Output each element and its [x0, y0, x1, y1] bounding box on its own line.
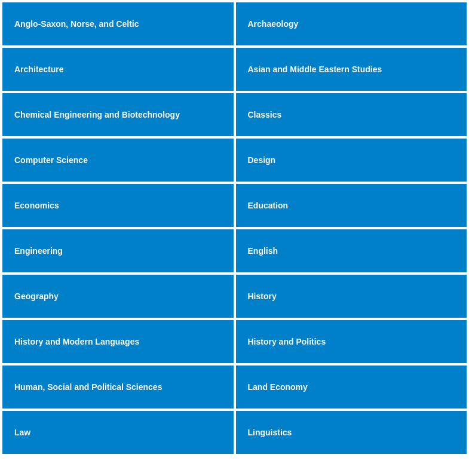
- subject-label-design: Design: [248, 155, 276, 165]
- subject-item-geography[interactable]: Geography: [2, 275, 234, 318]
- subject-item-engineering[interactable]: Engineering: [2, 229, 234, 272]
- subject-label-education: Education: [248, 201, 289, 210]
- subject-label-engineering: Engineering: [14, 246, 63, 256]
- subject-label-geography: Geography: [14, 291, 59, 301]
- subject-label-history: History: [248, 291, 277, 301]
- subject-label-chemical-engineering: Chemical Engineering and Biotechnology: [14, 110, 180, 119]
- subject-item-history-politics[interactable]: History and Politics: [236, 320, 467, 363]
- subject-label-economics: Economics: [14, 201, 59, 210]
- subject-item-history[interactable]: History: [236, 275, 467, 318]
- subject-label-computer-science: Computer Science: [14, 155, 88, 165]
- subjects-grid: Anglo-Saxon, Norse, and CelticArchaeolog…: [0, 0, 469, 456]
- subject-item-chemical-engineering[interactable]: Chemical Engineering and Biotechnology: [2, 93, 234, 136]
- subject-item-human-social-political[interactable]: Human, Social and Political Sciences: [2, 366, 234, 409]
- subject-label-asian-middle-eastern: Asian and Middle Eastern Studies: [248, 65, 382, 74]
- subject-label-history-modern-languages: History and Modern Languages: [14, 337, 139, 346]
- subject-label-linguistics: Linguistics: [248, 428, 292, 437]
- subject-label-archaeology: Archaeology: [248, 19, 299, 29]
- subject-item-land-economy[interactable]: Land Economy: [236, 366, 467, 409]
- subject-item-classics[interactable]: Classics: [236, 93, 467, 136]
- subject-item-computer-science[interactable]: Computer Science: [2, 139, 234, 182]
- subject-item-education[interactable]: Education: [236, 184, 467, 227]
- subject-item-history-modern-languages[interactable]: History and Modern Languages: [2, 320, 234, 363]
- subject-item-law[interactable]: Law: [2, 411, 234, 454]
- subject-label-law: Law: [14, 428, 30, 437]
- subject-label-architecture: Architecture: [14, 65, 63, 74]
- subject-item-archaeology[interactable]: Archaeology: [236, 2, 467, 45]
- subject-label-human-social-political: Human, Social and Political Sciences: [14, 382, 162, 392]
- subject-label-land-economy: Land Economy: [248, 382, 308, 392]
- subject-item-english[interactable]: English: [236, 229, 467, 272]
- subject-item-economics[interactable]: Economics: [2, 184, 234, 227]
- subject-item-asian-middle-eastern[interactable]: Asian and Middle Eastern Studies: [236, 48, 467, 91]
- subject-item-design[interactable]: Design: [236, 139, 467, 182]
- subject-item-anglo-saxon[interactable]: Anglo-Saxon, Norse, and Celtic: [2, 2, 234, 45]
- subject-label-english: English: [248, 246, 278, 256]
- subject-label-classics: Classics: [248, 110, 282, 119]
- subject-label-history-politics: History and Politics: [248, 337, 326, 346]
- subject-item-architecture[interactable]: Architecture: [2, 48, 234, 91]
- subject-item-linguistics[interactable]: Linguistics: [236, 411, 467, 454]
- subject-label-anglo-saxon: Anglo-Saxon, Norse, and Celtic: [14, 19, 139, 29]
